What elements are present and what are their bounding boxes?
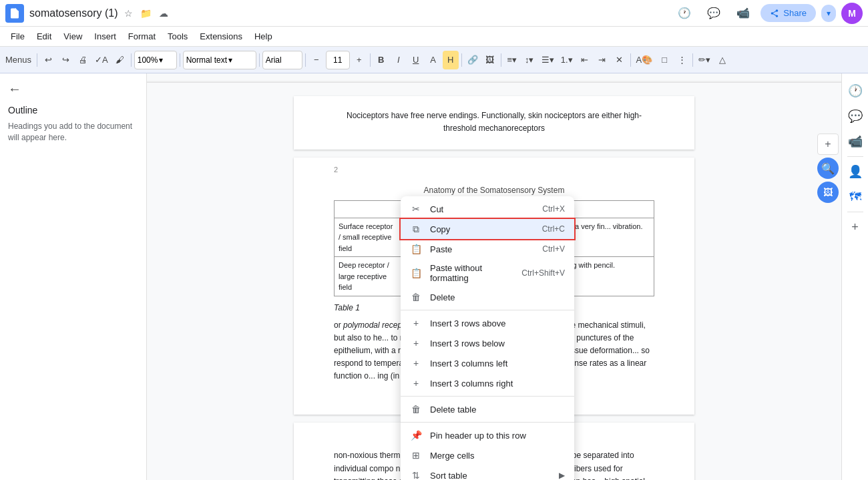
context-menu-item-delete[interactable]: 🗑Delete <box>401 287 574 307</box>
document-scroll[interactable]: Nociceptors have free nerve endings. Fun… <box>147 83 841 480</box>
insert-rows-below-label: Insert 3 rows below <box>430 338 565 348</box>
indent-dec-button[interactable]: ⇤ <box>577 51 593 69</box>
font-bg-button[interactable]: A🎨 <box>634 51 656 69</box>
page-header-text: Nociceptors have free nerve endings. Fun… <box>334 109 654 135</box>
print-button[interactable]: 🖨 <box>75 51 91 69</box>
paint-format-button[interactable]: 🖌 <box>112 51 128 69</box>
menu-edit[interactable]: Edit <box>31 29 57 44</box>
folder-icon[interactable]: 📁 <box>140 7 153 20</box>
paste-no-format-label: Paste without formatting <box>430 263 513 283</box>
paste-no-format-icon: 📋 <box>410 267 422 279</box>
fr-map-button[interactable]: 🗺 <box>843 185 867 209</box>
context-menu-item-insert-rows-above[interactable]: +Insert 3 rows above <box>401 313 574 333</box>
list-button[interactable]: ☰▾ <box>539 51 557 69</box>
context-menu-item-merge-cells[interactable]: ⊞Merge cells <box>401 445 574 465</box>
context-menu-item-paste[interactable]: 📋PasteCtrl+V <box>401 239 574 259</box>
fr-history-button[interactable]: 🕐 <box>843 79 867 103</box>
context-menu-item-paste-no-format[interactable]: 📋Paste without formattingCtrl+Shift+V <box>401 259 574 287</box>
highlight-button[interactable]: H <box>443 51 459 69</box>
context-menu-item-sort-table[interactable]: ⇅Sort table▶ <box>401 465 574 480</box>
context-menu-item-pin-header[interactable]: 📌Pin header up to this row <box>401 425 574 445</box>
user-avatar[interactable]: M <box>841 3 863 24</box>
italic-button[interactable]: I <box>391 51 407 69</box>
menu-view[interactable]: View <box>58 29 87 44</box>
video-button[interactable]: 📹 <box>731 1 755 25</box>
more-button[interactable]: ⋮ <box>674 51 690 69</box>
pen-button[interactable]: ✏▾ <box>696 51 713 69</box>
font-size-decrease[interactable]: − <box>308 51 324 69</box>
page-number-2: 2 <box>334 164 338 176</box>
sidebar-description: Headings you add to the document will ap… <box>8 121 138 144</box>
context-menu-item-cut[interactable]: ✂CutCtrl+X <box>401 199 574 219</box>
chat-button[interactable]: 💬 <box>702 1 726 25</box>
delete-table-label: Delete table <box>430 405 565 415</box>
context-menu-item-delete-table[interactable]: 🗑Delete table <box>401 399 574 419</box>
context-menu-item-insert-cols-left[interactable]: +Insert 3 columns left <box>401 353 574 373</box>
font-size-input[interactable] <box>326 51 350 69</box>
insert-rows-above-label: Insert 3 rows above <box>430 318 565 328</box>
share-button[interactable]: Share <box>761 4 816 22</box>
toolbar-separator-7 <box>461 53 462 67</box>
cloud-icon[interactable]: ☁ <box>157 7 170 20</box>
menu-insert[interactable]: Insert <box>89 29 122 44</box>
toolbar-separator-2 <box>131 53 132 67</box>
add-row-button[interactable]: + <box>817 134 839 155</box>
menu-tools[interactable]: Tools <box>162 29 193 44</box>
underline-button[interactable]: U <box>408 51 424 69</box>
context-menu-item-insert-cols-right[interactable]: +Insert 3 columns right <box>401 373 574 393</box>
image-button[interactable]: 🖼 <box>482 51 498 69</box>
menu-file[interactable]: File <box>5 29 30 44</box>
style-select[interactable]: Normal text▾ <box>183 51 256 69</box>
bold-button[interactable]: B <box>373 51 389 69</box>
indent-inc-button[interactable]: ⇥ <box>594 51 610 69</box>
delete-icon: 🗑 <box>410 291 422 303</box>
menu-help[interactable]: Help <box>249 29 278 44</box>
menu-format[interactable]: Format <box>123 29 161 44</box>
context-menu-divider <box>401 396 574 397</box>
border-button[interactable]: □ <box>656 51 672 69</box>
toolbar-separator-4 <box>259 53 260 67</box>
share-dropdown-button[interactable]: ▾ <box>821 5 836 22</box>
copy-label: Copy <box>430 224 534 234</box>
zoom-in-button[interactable]: 🔍 <box>817 158 839 179</box>
clear-format-button[interactable]: ✕ <box>612 51 628 69</box>
copy-shortcut: Ctrl+C <box>542 224 565 234</box>
toolbar-separator-3 <box>180 53 180 67</box>
history-button[interactable]: 🕐 <box>672 1 696 25</box>
image-insert-button[interactable]: 🖼 <box>817 182 839 203</box>
num-list-button[interactable]: 1.▾ <box>558 51 576 69</box>
menus-button[interactable]: Menus <box>3 51 34 69</box>
toolbar: Menus ↩ ↪ 🖨 ✓A 🖌 100%▾ Normal text▾ Aria… <box>0 47 868 73</box>
table-cell-row2-col1: Deep receptor / large receptive field <box>335 257 401 296</box>
paste-shortcut: Ctrl+V <box>542 244 565 254</box>
fr-add-button[interactable]: + <box>843 215 867 239</box>
spellcheck-button[interactable]: ✓A <box>92 51 111 69</box>
collapse-button[interactable]: △ <box>714 51 730 69</box>
table-title: Anatomy of the Somatosensory System <box>334 184 654 196</box>
menu-extensions[interactable]: Extensions <box>194 29 248 44</box>
context-menu-item-insert-rows-below[interactable]: +Insert 3 rows below <box>401 333 574 353</box>
align-button[interactable]: ≡▾ <box>504 51 520 69</box>
fr-user-button[interactable]: 👤 <box>843 160 867 184</box>
font-select[interactable]: Arial <box>262 51 302 69</box>
document-title[interactable]: somatosensory (1) <box>29 7 118 19</box>
context-menu: ✂CutCtrl+X⧉CopyCtrl+C📋PasteCtrl+V📋Paste … <box>401 196 574 480</box>
fr-video-button[interactable]: 📹 <box>843 130 867 154</box>
spacing-button[interactable]: ↕▾ <box>521 51 537 69</box>
toolbar-separator-6 <box>370 53 371 67</box>
merge-cells-label: Merge cells <box>430 451 565 461</box>
font-size-increase[interactable]: + <box>351 51 367 69</box>
ruler <box>147 73 841 83</box>
paste-no-format-shortcut: Ctrl+Shift+V <box>521 268 565 278</box>
context-menu-item-copy[interactable]: ⧉CopyCtrl+C <box>401 219 574 239</box>
link-button[interactable]: 🔗 <box>465 51 481 69</box>
star-icon[interactable]: ☆ <box>122 7 136 20</box>
color-button[interactable]: A <box>425 51 441 69</box>
main-layout: ← Outline Headings you add to the docume… <box>0 73 868 480</box>
sidebar-back-button[interactable]: ← <box>8 81 138 97</box>
document-area: Nociceptors have free nerve endings. Fun… <box>147 73 841 480</box>
fr-chat-button[interactable]: 💬 <box>843 104 867 128</box>
zoom-select[interactable]: 100%▾ <box>134 51 177 69</box>
redo-button[interactable]: ↪ <box>57 51 73 69</box>
undo-button[interactable]: ↩ <box>40 51 56 69</box>
